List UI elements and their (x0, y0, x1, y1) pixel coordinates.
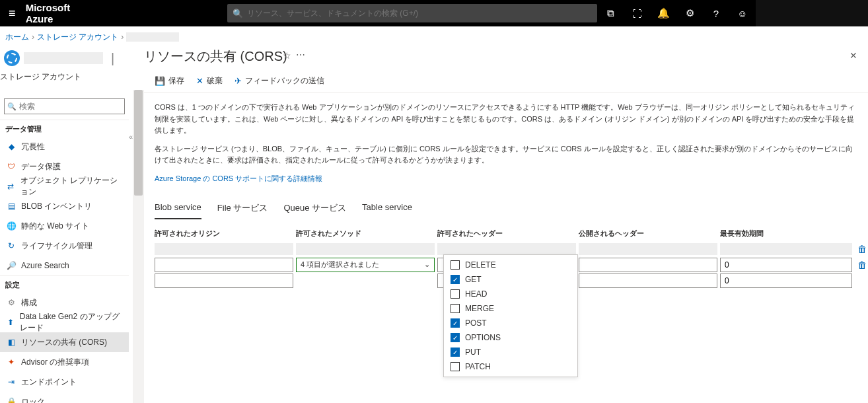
cors-docs-link[interactable]: Azure Storage の CORS サポートに関する詳細情報 (155, 174, 322, 182)
sidebar-item-label: 静的な Web サイト (21, 221, 89, 232)
hamburger-menu-icon[interactable]: ≡ (0, 7, 24, 20)
allowed-methods-dropdown[interactable]: 4 項目が選択されました ⌄ (296, 258, 435, 272)
directory-icon[interactable]: ⛶ (624, 8, 650, 19)
checkbox-icon[interactable]: ✓ (451, 275, 460, 284)
checkbox-icon[interactable]: ✓ (451, 333, 460, 342)
inventory-icon: ▤ (7, 202, 16, 211)
notifications-icon[interactable]: 🔔 (650, 7, 676, 19)
global-search-input[interactable] (247, 9, 592, 18)
checkbox-icon[interactable] (451, 304, 460, 313)
close-blade-icon[interactable]: ✕ (850, 50, 857, 61)
allowed-origins-input[interactable] (155, 258, 293, 272)
tab-file-service[interactable]: File サービス (217, 202, 268, 219)
cloudshell-icon[interactable]: ⧉ (597, 7, 624, 19)
checkbox-icon[interactable] (451, 260, 460, 270)
checkbox-icon[interactable] (451, 289, 460, 299)
sidebar-item-endpoints[interactable]: ⇥エンドポイント (0, 372, 129, 392)
allowed-origins-input[interactable] (155, 274, 293, 288)
sidebar-item-blob-inventory[interactable]: ▤BLOB インベントリ (0, 196, 129, 216)
save-button[interactable]: 💾保存 (155, 75, 184, 87)
discard-button-label: 破棄 (207, 75, 223, 87)
scrollbar-thumb[interactable] (134, 90, 143, 196)
sidebar-group-settings: 設定 (0, 275, 129, 293)
tab-queue-service[interactable]: Queue サービス (283, 202, 346, 219)
max-age-input[interactable] (720, 274, 852, 288)
favorite-star-icon[interactable]: ☆ (283, 50, 291, 61)
sidebar-item-label: ライフサイクル管理 (21, 240, 92, 252)
allowed-methods-value[interactable] (296, 243, 435, 255)
global-search[interactable]: 🔍 (227, 4, 597, 22)
chevron-down-icon: ⌄ (424, 260, 430, 269)
method-option-label: PUT (465, 348, 481, 357)
tab-blob-service[interactable]: Blob service (155, 202, 201, 219)
exposed-headers-input[interactable] (579, 274, 717, 288)
endpoints-icon: ⇥ (7, 377, 16, 386)
chevron-right-icon: › (118, 32, 126, 42)
tab-table-service[interactable]: Table service (362, 202, 412, 219)
max-age-value[interactable] (720, 243, 852, 255)
feedback-icon[interactable]: ☺ (729, 8, 756, 19)
sidebar-search-input[interactable] (19, 102, 122, 111)
sidebar-item-lifecycle[interactable]: ↻ライフサイクル管理 (0, 236, 129, 256)
sidebar-item-dlg2-upgrade[interactable]: ⬆Data Lake Gen2 のアップグレード (0, 312, 129, 332)
checkbox-icon[interactable]: ✓ (451, 348, 460, 357)
sidebar-item-label: Data Lake Gen2 のアップグレード (20, 311, 124, 334)
max-age-input[interactable] (720, 258, 852, 272)
cors-icon: ◧ (7, 338, 16, 347)
resource-name (24, 52, 103, 64)
search-service-icon: 🔎 (7, 261, 16, 270)
lock-icon: 🔒 (7, 397, 16, 403)
save-icon: 💾 (155, 76, 165, 86)
sidebar-item-azure-search[interactable]: 🔎Azure Search (0, 256, 129, 275)
method-option-head[interactable]: HEAD (444, 287, 577, 301)
sidebar-item-advisor[interactable]: ✦Advisor の推奨事項 (0, 352, 129, 372)
breadcrumb-home[interactable]: ホーム (5, 32, 29, 43)
delete-rule-icon[interactable]: 🗑 (855, 244, 868, 254)
method-option-get[interactable]: ✓GET (444, 272, 577, 287)
delete-rule-icon[interactable]: 🗑 (855, 260, 868, 270)
allowed-methods-popup: DELETE✓GETHEADMERGE✓POST✓OPTIONS✓PUTPATC… (443, 254, 578, 377)
dropdown-selected-text: 4 項目が選択されました (301, 260, 379, 270)
sidebar-item-label: リソースの共有 (CORS) (21, 337, 107, 348)
more-actions-icon[interactable]: ⋯ (296, 50, 306, 60)
settings-icon[interactable]: ⚙ (676, 7, 703, 19)
breadcrumb-storage-accounts[interactable]: ストレージ アカウント (37, 32, 118, 43)
cors-description-2: 各ストレージ サービス (つまり、BLOB、ファイル、キュー、テーブル) に個別… (155, 143, 857, 166)
sidebar-item-label: BLOB インベントリ (21, 201, 92, 212)
allowed-origins-value[interactable] (155, 243, 293, 255)
sidebar-item-object-replication[interactable]: ⇄オブジェクト レプリケーション (0, 176, 129, 196)
sidebar-item-locks[interactable]: 🔒ロック (0, 392, 129, 403)
sidebar-item-static-website[interactable]: 🌐静的な Web サイト (0, 216, 129, 236)
method-option-options[interactable]: ✓OPTIONS (444, 330, 577, 345)
breadcrumb: ホーム › ストレージ アカウント › (0, 26, 868, 45)
send-feedback-label: フィードバックの送信 (245, 75, 324, 87)
help-icon[interactable]: ? (703, 8, 729, 19)
method-option-label: DELETE (465, 260, 496, 270)
sidebar-item-data-protection[interactable]: 🛡データ保護 (0, 157, 129, 176)
method-option-merge[interactable]: MERGE (444, 301, 577, 316)
method-option-label: HEAD (465, 289, 487, 299)
method-option-post[interactable]: ✓POST (444, 316, 577, 330)
method-option-delete[interactable]: DELETE (444, 258, 577, 272)
checkbox-icon[interactable]: ✓ (451, 318, 460, 328)
breadcrumb-resource-name[interactable] (126, 32, 179, 42)
method-option-patch[interactable]: PATCH (444, 359, 577, 374)
method-option-put[interactable]: ✓PUT (444, 345, 577, 359)
sidebar-scrollbar[interactable] (133, 90, 144, 403)
search-icon: 🔍 (233, 9, 243, 18)
user-account-area[interactable] (756, 0, 868, 26)
sidebar-item-configuration[interactable]: ⚙構成 (0, 293, 129, 312)
send-feedback-button[interactable]: ✈フィードバックの送信 (235, 75, 324, 87)
page-title: リソースの共有 (CORS) (144, 48, 287, 65)
sidebar-item-cors[interactable]: ◧リソースの共有 (CORS) (0, 332, 129, 352)
sidebar-group-data-mgmt: データ管理 (0, 120, 129, 137)
checkbox-icon[interactable] (451, 362, 460, 371)
globe-icon: 🌐 (7, 221, 16, 231)
discard-button[interactable]: ✕破棄 (196, 75, 223, 87)
exposed-headers-value[interactable] (579, 243, 717, 255)
sidebar-item-redundancy[interactable]: ◆冗長性 (0, 137, 129, 157)
col-allowed-origins: 許可されたオリジン (155, 229, 293, 241)
sidebar-search[interactable]: 🔍 (4, 98, 125, 114)
allowed-headers-value[interactable] (437, 243, 576, 255)
exposed-headers-input[interactable] (579, 258, 717, 272)
